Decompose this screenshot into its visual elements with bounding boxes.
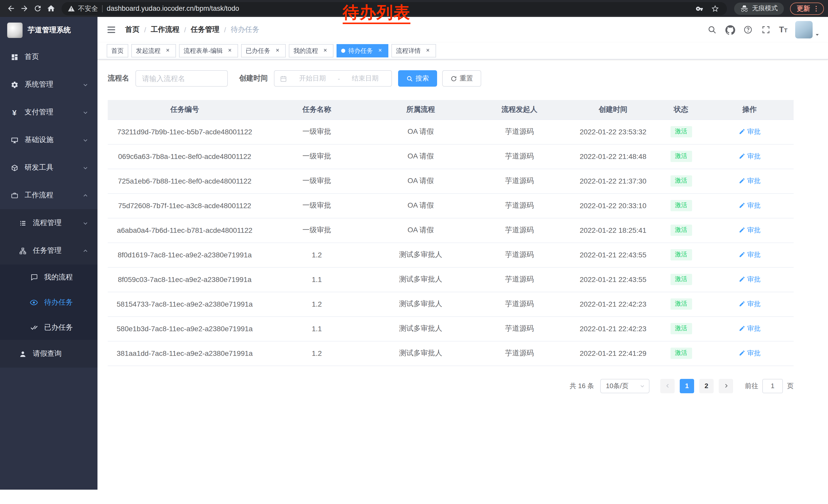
browser-menu-icon[interactable] — [812, 4, 820, 12]
cell-initiator: 芋道源码 — [469, 292, 570, 316]
logo-image — [7, 22, 23, 38]
breadcrumb-task-management[interactable]: 任务管理 — [191, 25, 219, 34]
approve-link[interactable]: 审批 — [739, 176, 760, 186]
cell-task-name: 1.2 — [262, 292, 372, 316]
cell-task-id: 8f0d1619-7ac8-11ec-a9e2-a2380e71991a — [108, 242, 262, 267]
next-page-button[interactable] — [719, 379, 733, 393]
sidebar-item-leave-query[interactable]: 请假查询 — [0, 340, 97, 368]
url-text[interactable]: dashboard.yudao.iocoder.cn/bpm/task/todo — [107, 5, 239, 12]
page-2-button[interactable]: 2 — [699, 379, 714, 393]
chevron-down-icon — [83, 109, 88, 115]
cell-action: 审批 — [705, 242, 794, 267]
tab-process-detail[interactable]: 流程详情 × — [391, 44, 436, 57]
app-frame: 芋道管理系统 首页 系统管理 ¥ 支付管理 — [0, 17, 828, 504]
sidebar-item-home[interactable]: 首页 — [0, 43, 97, 71]
table-row: 75d72608-7b7f-11ec-a3c8-acde48001122 一级审… — [108, 193, 794, 218]
sidebar-toggle-icon[interactable] — [106, 24, 117, 35]
status-badge: 激活 — [670, 299, 692, 310]
approve-link[interactable]: 审批 — [739, 324, 760, 333]
caret-down-icon — [815, 32, 820, 37]
page-size-select[interactable]: 10条/页 — [600, 379, 650, 393]
close-icon[interactable]: × — [377, 47, 384, 54]
table-header-row: 任务编号 任务名称 所属流程 流程发起人 创建时间 状态 操作 — [108, 100, 794, 120]
date-range-picker[interactable]: 开始日期 - 结束日期 — [274, 70, 392, 87]
search-button[interactable]: 搜索 — [398, 70, 437, 87]
tab-process-form-edit[interactable]: 流程表单-编辑 × — [179, 44, 238, 57]
close-icon[interactable]: × — [164, 47, 171, 54]
key-icon[interactable] — [694, 3, 705, 14]
sidebar-item-payment[interactable]: ¥ 支付管理 — [0, 98, 97, 126]
approve-link[interactable]: 审批 — [739, 226, 760, 235]
prev-page-button[interactable] — [660, 379, 675, 393]
cell-process: 测试多审批人 — [372, 267, 469, 292]
main-area: 首页 / 工作流程 / 任务管理 / 待办任务 — [97, 17, 828, 504]
cell-status: 激活 — [657, 267, 705, 292]
status-badge: 激活 — [670, 225, 692, 236]
app-logo[interactable]: 芋道管理系统 — [0, 17, 97, 43]
close-icon[interactable]: × — [424, 47, 431, 54]
col-created: 创建时间 — [570, 100, 657, 120]
back-button[interactable] — [4, 2, 17, 15]
tab-home[interactable]: 首页 — [107, 44, 128, 57]
sidebar-item-workflow[interactable]: 工作流程 — [0, 182, 97, 209]
sidebar-item-done-tasks[interactable]: 已办任务 — [0, 315, 97, 340]
font-size-icon[interactable]: TT — [779, 25, 787, 34]
forward-button[interactable] — [17, 2, 31, 15]
breadcrumb-home[interactable]: 首页 — [125, 25, 139, 34]
user-menu[interactable] — [795, 21, 820, 39]
sidebar-item-infrastructure[interactable]: 基础设施 — [0, 126, 97, 154]
avatar[interactable] — [795, 21, 813, 39]
sidebar-item-my-process[interactable]: 我的流程 — [0, 265, 97, 290]
tab-done-tasks[interactable]: 已办任务 × — [241, 44, 286, 57]
update-button[interactable]: 更新 — [790, 2, 824, 15]
approve-link[interactable]: 审批 — [739, 201, 760, 210]
process-name-input[interactable] — [135, 70, 228, 87]
security-warning[interactable]: 不安全 — [68, 4, 98, 13]
cell-status: 激活 — [657, 292, 705, 316]
close-icon[interactable]: × — [226, 47, 234, 54]
page-1-button[interactable]: 1 — [680, 379, 694, 393]
breadcrumb-current: 待办任务 — [231, 25, 259, 34]
status-badge: 激活 — [670, 151, 692, 162]
approve-link[interactable]: 审批 — [739, 349, 760, 358]
close-icon[interactable]: × — [322, 47, 329, 54]
col-task-id: 任务编号 — [108, 100, 262, 120]
cell-initiator: 芋道源码 — [469, 120, 570, 144]
tab-todo-tasks[interactable]: 待办任务 × — [336, 44, 388, 57]
help-icon[interactable] — [743, 25, 753, 35]
sidebar-item-task-management[interactable]: 任务管理 — [0, 237, 97, 265]
table-row: 8f059c03-7ac8-11ec-a9e2-a2380e71991a 1.1… — [108, 267, 794, 292]
edit-icon — [739, 251, 745, 258]
edit-icon — [739, 350, 745, 357]
edit-icon — [739, 325, 745, 332]
approve-link[interactable]: 审批 — [739, 127, 760, 136]
tab-start-process[interactable]: 发起流程 × — [131, 44, 176, 57]
approve-link[interactable]: 审批 — [739, 275, 760, 284]
approve-link[interactable]: 审批 — [739, 300, 760, 309]
close-icon[interactable]: × — [274, 47, 281, 54]
table-body: 73211d9d-7b9b-11ec-b5b7-acde48001122 一级审… — [108, 120, 794, 366]
chevron-down-icon — [640, 383, 645, 388]
star-icon[interactable] — [709, 3, 721, 14]
sidebar-item-system[interactable]: 系统管理 — [0, 71, 97, 98]
goto-page-input[interactable] — [762, 379, 783, 393]
reload-button[interactable] — [31, 2, 44, 15]
sidebar-item-process-management[interactable]: 流程管理 — [0, 209, 97, 237]
home-button[interactable] — [44, 2, 57, 15]
search-icon[interactable] — [707, 25, 717, 35]
cell-initiator: 芋道源码 — [469, 242, 570, 267]
cell-process: 测试多审批人 — [372, 316, 469, 341]
breadcrumb-workflow[interactable]: 工作流程 — [151, 25, 179, 34]
sidebar-item-todo-tasks[interactable]: 待办任务 — [0, 290, 97, 315]
cell-initiator: 芋道源码 — [469, 267, 570, 292]
approve-link[interactable]: 审批 — [739, 152, 760, 161]
briefcase-icon — [10, 191, 18, 199]
annotation-title: 待办列表 — [343, 3, 410, 24]
fullscreen-icon[interactable] — [761, 25, 771, 35]
reset-button[interactable]: 重置 — [442, 70, 481, 87]
github-icon[interactable] — [725, 25, 735, 35]
approve-link[interactable]: 审批 — [739, 250, 760, 260]
sidebar-item-devtools[interactable]: 研发工具 — [0, 154, 97, 182]
tab-my-process[interactable]: 我的流程 × — [289, 44, 333, 57]
cell-status: 激活 — [657, 169, 705, 193]
